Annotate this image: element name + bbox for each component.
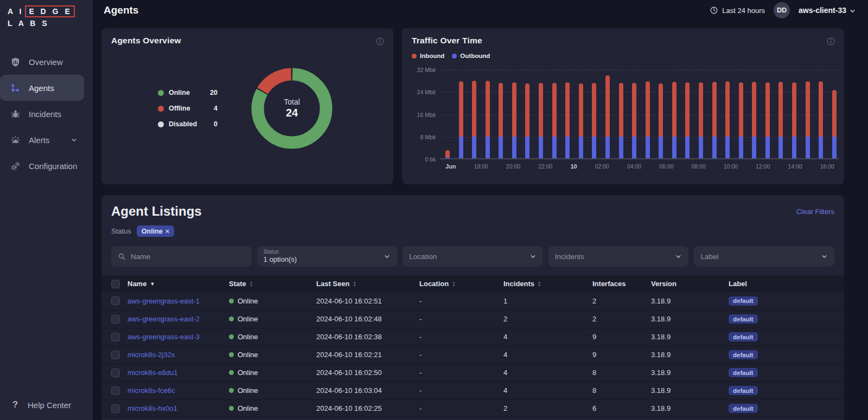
- agent-name-link[interactable]: aws-greengrass-east-2: [127, 315, 200, 323]
- sidebar-item-alerts[interactable]: Alerts: [0, 127, 84, 153]
- active-filters-row: Status Online ×: [111, 225, 834, 237]
- column-header-location[interactable]: Location▲▼: [419, 280, 503, 288]
- column-header-state[interactable]: State▲▼: [229, 280, 316, 288]
- info-icon[interactable]: [826, 37, 835, 46]
- avatar[interactable]: DD: [774, 2, 790, 18]
- column-header-version: Version: [651, 280, 729, 288]
- status-filter-select[interactable]: Status 1 option(s): [257, 246, 398, 267]
- name-search-input[interactable]: Name: [111, 246, 252, 267]
- column-label: Label: [729, 280, 747, 288]
- version-cell: 3.18.9: [651, 292, 729, 310]
- traffic-title: Traffic Over Time: [412, 36, 482, 46]
- column-header-name[interactable]: Name▼: [127, 280, 229, 288]
- table-row: microk8s-2j32x Online 2024-06-10 16:02:2…: [101, 346, 844, 364]
- label-badge: default: [729, 404, 758, 413]
- x-axis-tick: 10:00: [724, 163, 738, 170]
- filter-placeholder: Incidents: [555, 253, 584, 261]
- version-cell: 3.18.9: [651, 399, 729, 417]
- agent-state: Online: [229, 333, 316, 341]
- top-bar: Agents Last 24 hours DD aws-client-33: [93, 0, 868, 18]
- last-seen-cell: 2024-06-10 16:02:48: [316, 310, 419, 328]
- incidents-cell: 4: [503, 328, 592, 346]
- info-icon[interactable]: [375, 37, 385, 46]
- legend-value: 4: [214, 105, 218, 112]
- sidebar-item-configuration[interactable]: Configuration: [0, 153, 84, 179]
- sidebar-item-help-center[interactable]: ? Help Center: [0, 399, 71, 410]
- legend-item-online[interactable]: Online 20: [158, 89, 218, 96]
- traffic-bar: [486, 81, 490, 158]
- agent-name-link[interactable]: microk8s-hx0o1: [127, 404, 177, 412]
- label-badge: default: [729, 368, 758, 377]
- sidebar-item-overview[interactable]: Overview: [0, 49, 84, 75]
- sort-desc-icon: ▼: [150, 281, 155, 287]
- legend-item-offline[interactable]: Offline 4: [158, 105, 218, 112]
- sort-icon: ▲▼: [538, 281, 541, 286]
- row-checkbox[interactable]: [111, 404, 120, 413]
- row-checkbox[interactable]: [111, 386, 120, 395]
- x-axis-tick: 14:00: [788, 163, 802, 170]
- agent-state: Online: [229, 297, 316, 305]
- incidents-filter-select[interactable]: Incidents: [548, 246, 689, 267]
- location-cell: -: [419, 346, 503, 364]
- active-filter-chip[interactable]: Online ×: [137, 225, 175, 237]
- location-cell: -: [419, 310, 503, 328]
- agent-name-link[interactable]: microk8s-e8du1: [127, 369, 178, 377]
- time-range-label: Last 24 hours: [722, 7, 765, 15]
- incidents-cell: 4: [503, 382, 592, 399]
- traffic-bar: [778, 82, 783, 158]
- row-checkbox[interactable]: [111, 351, 120, 359]
- bug-icon: [10, 109, 21, 119]
- row-checkbox[interactable]: [111, 296, 120, 305]
- agent-name-link[interactable]: aws-greengrass-east-1: [127, 297, 200, 305]
- select-all-checkbox[interactable]: [111, 280, 120, 288]
- agent-name-link[interactable]: microk8s-fce6c: [127, 386, 175, 395]
- traffic-bar: [512, 82, 516, 158]
- legend-dot: [158, 90, 164, 96]
- legend-dot: [452, 54, 457, 59]
- state-label: Online: [238, 297, 258, 305]
- online-status-dot: [229, 388, 234, 393]
- donut-total-value: 24: [286, 107, 298, 119]
- traffic-bar: [712, 82, 717, 158]
- legend-item-disabled[interactable]: Disabled 0: [158, 120, 218, 128]
- label-filter-select[interactable]: Label: [694, 246, 834, 267]
- traffic-bar: [765, 82, 770, 158]
- clear-filters-link[interactable]: Clear Filters: [796, 208, 834, 216]
- clock-icon: [710, 6, 718, 15]
- agent-state: Online: [229, 369, 316, 377]
- legend-item-inbound[interactable]: Inbound: [412, 53, 444, 59]
- traffic-bar: [819, 81, 823, 158]
- legend-item-outbound[interactable]: Outbound: [452, 53, 490, 59]
- column-header-interfaces: Interfaces: [592, 280, 651, 288]
- location-filter-select[interactable]: Location: [403, 246, 543, 267]
- traffic-bar: [632, 83, 636, 158]
- row-checkbox[interactable]: [111, 315, 120, 324]
- last-seen-cell: 2024-06-10 16:02:25: [316, 399, 419, 417]
- agent-name-link[interactable]: microk8s-2j32x: [127, 351, 175, 359]
- location-cell: -: [419, 399, 503, 417]
- sidebar-nav: Overview Agents Incidents Alerts Configu…: [0, 49, 93, 179]
- donut-legend: Online 20 Offline 4 Disabled 0: [158, 89, 218, 128]
- time-range-selector[interactable]: Last 24 hours: [710, 6, 765, 15]
- agent-name-link[interactable]: aws-greengrass-east-3: [127, 333, 200, 341]
- column-header-last_seen[interactable]: Last Seen▲▼: [316, 280, 419, 288]
- remove-filter-icon[interactable]: ×: [165, 227, 170, 235]
- agents-overview-body: Online 20 Offline 4 Disabled 0 Total 24: [101, 46, 393, 171]
- account-menu[interactable]: aws-client-33: [799, 6, 856, 15]
- traffic-bar: [659, 83, 663, 158]
- traffic-bar: [672, 82, 676, 158]
- cards-row: Agents Overview Online 20 Offline 4 Disa…: [101, 28, 844, 184]
- version-cell: 3.18.9: [651, 382, 729, 399]
- label-badge: default: [729, 314, 758, 324]
- sidebar-item-agents[interactable]: Agents: [0, 75, 84, 101]
- agents-table: Name▼ State▲▼ Last Seen▲▼ Location▲▼ Inc…: [101, 275, 844, 418]
- row-checkbox[interactable]: [111, 369, 120, 377]
- sidebar-item-incidents[interactable]: Incidents: [0, 101, 84, 127]
- filter-placeholder: Location: [409, 253, 437, 261]
- row-checkbox[interactable]: [111, 333, 120, 341]
- version-cell: 3.18.9: [651, 328, 729, 346]
- traffic-bar: [499, 83, 503, 158]
- column-header-incidents[interactable]: Incidents▲▼: [503, 280, 592, 288]
- network-icon: [10, 83, 21, 93]
- last-seen-cell: 2024-06-10 16:02:50: [316, 364, 419, 382]
